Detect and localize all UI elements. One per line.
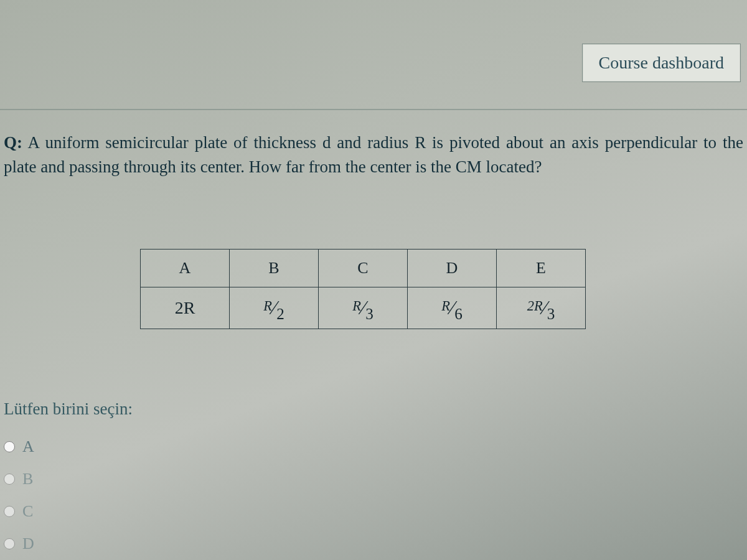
cell-value: R⁄6: [408, 287, 497, 329]
cell-value: 2R: [141, 287, 230, 329]
question-label: Q:: [4, 133, 22, 152]
option-label: B: [22, 463, 33, 495]
radio-d[interactable]: [4, 538, 15, 549]
option-a[interactable]: A: [4, 431, 133, 463]
cell-value: 2R⁄3: [497, 287, 586, 329]
option-c[interactable]: C: [4, 495, 133, 528]
col-header: E: [497, 250, 586, 287]
col-header: D: [408, 250, 497, 287]
option-label: C: [22, 495, 33, 528]
answer-table: A B C D E 2R R⁄2 R⁄3 R⁄6 2R⁄3: [140, 249, 586, 329]
cell-value: R⁄3: [319, 287, 408, 329]
table-header-row: A B C D E: [141, 250, 586, 287]
options-block: Lütfen birini seçin: A B C D: [4, 392, 133, 560]
radio-a[interactable]: [4, 441, 15, 452]
question-text: Q: A uniform semicircular plate of thick…: [4, 131, 743, 179]
table-value-row: 2R R⁄2 R⁄3 R⁄6 2R⁄3: [141, 287, 586, 329]
col-header: B: [230, 250, 319, 287]
col-header: C: [319, 250, 408, 287]
option-label: A: [22, 431, 34, 463]
cell-value: R⁄2: [230, 287, 319, 329]
option-b[interactable]: B: [4, 463, 133, 495]
radio-b[interactable]: [4, 474, 15, 485]
option-label: D: [22, 528, 34, 560]
question-body: A uniform semicircular plate of thicknes…: [4, 133, 743, 176]
divider: [0, 109, 747, 110]
radio-c[interactable]: [4, 506, 15, 517]
quiz-screen: Course dashboard Q: A uniform semicircul…: [0, 0, 747, 560]
col-header: A: [141, 250, 230, 287]
option-d[interactable]: D: [4, 528, 133, 560]
options-prompt: Lütfen birini seçin:: [4, 392, 133, 426]
course-dashboard-button[interactable]: Course dashboard: [582, 44, 741, 82]
